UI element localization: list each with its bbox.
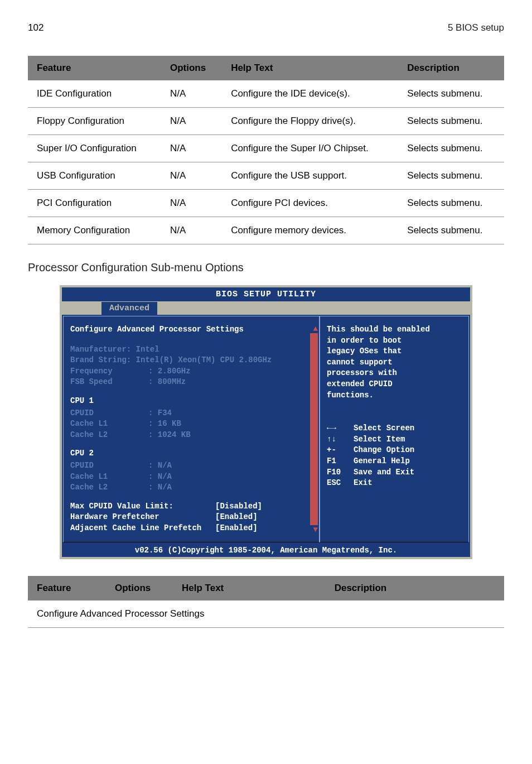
bios-key-row: ESC Exit [327,478,462,489]
bios-key-row: ←→ Select Screen [327,423,462,434]
scrollbar-thumb[interactable] [310,333,318,525]
bios-l2-label: Cache L2 [70,430,148,441]
cell-desc: Selects submenu. [398,108,504,135]
cell-help: Configure memory devices. [222,217,398,244]
col-feature: Feature [28,56,161,80]
col-help: Help Text [222,56,398,80]
bios-l1-label: Cache L1 [70,472,148,483]
bios-cpu1-l1: Cache L1 : 16 KB [70,419,312,430]
bios-opt-val: [Disabled] [215,501,262,512]
bios-freq-label: Frequency [70,366,148,377]
bios-help-line: processors with [327,368,462,379]
bios-help-line: cannot support [327,357,462,368]
section-title: 5 BIOS setup [448,22,504,33]
table-header-row: Feature Options Help Text Description [28,576,504,600]
bios-l1-label: Cache L1 [70,419,148,430]
submenu-table: Feature Options Help Text Description ID… [28,56,504,244]
bios-cpu1-l2: Cache L2 : 1024 KB [70,430,312,441]
table-row: Floppy Configuration N/A Configure the F… [28,108,504,135]
key-arrows-lr-icon: ←→ [327,423,354,434]
cell-desc: Selects submenu. [398,135,504,162]
bios-cpuid-label: CPUID [70,408,148,419]
bios-key-row: +- Change Option [327,445,462,456]
cell-feature: PCI Configuration [28,190,161,217]
table-row: USB Configuration N/A Configure the USB … [28,162,504,190]
bios-opt-label: Adjacent Cache Line Prefetch [70,523,215,534]
bios-cpuid-val: : N/A [148,460,172,472]
bios-footer: v02.56 (C)Copyright 1985-2004, American … [62,544,470,557]
cell-options: N/A [161,108,222,135]
bios-section-heading: Configure Advanced Processor Settings [70,324,312,335]
cell-feature: USB Configuration [28,162,161,190]
bios-opt-label: Hardware Prefetcher [70,512,215,523]
key-desc: Select Screen [354,423,414,434]
key-plusminus-icon: +- [327,445,354,456]
bios-tab-advanced[interactable]: Advanced [101,301,158,315]
bios-help-line: extended CPUID [327,379,462,390]
bios-screenshot: BIOS SETUP UTILITY Advanced ▲ ▼ Configur… [60,285,472,559]
subheading: Processor Configuration Sub-menu Options [28,261,504,274]
bios-cpu2-l1: Cache L1 : N/A [70,472,312,483]
cell-options: N/A [161,162,222,190]
bios-tab-bar: Advanced [62,301,470,315]
cell-feature: IDE Configuration [28,80,161,108]
bios-key-row: ↑↓ Select Item [327,434,462,445]
cell-desc: Selects submenu. [398,162,504,190]
bios-cpu2-cpuid: CPUID : N/A [70,460,312,472]
bios-cpu2-title: CPU 2 [70,448,312,459]
cell-options: N/A [161,135,222,162]
bios-fsb-val: : 800MHz [148,377,186,388]
bios-cpu2-l2: Cache L2 : N/A [70,482,312,493]
cell-help: Configure PCI devices. [222,190,398,217]
key-desc: Change Option [354,445,414,456]
cell-options: N/A [161,80,222,108]
col-desc: Description [326,576,504,600]
bios-cpu1-title: CPU 1 [70,396,312,407]
key-f10: F10 [327,467,354,478]
cell-help: Configure the USB support. [222,162,398,190]
bios-help-line: legacy OSes that [327,346,462,357]
cell-feature: Memory Configuration [28,217,161,244]
bios-fsb: FSB Speed : 800MHz [70,377,312,388]
cell-help: Configure the IDE device(s). [222,80,398,108]
col-options: Options [161,56,222,80]
bios-option-hw-prefetch[interactable]: Hardware Prefetcher [Enabled] [70,512,312,523]
cell-options: N/A [161,190,222,217]
bios-option-max-cpuid[interactable]: Max CPUID Value Limit: [Disabled] [70,501,312,512]
bios-key-row: F10 Save and Exit [327,467,462,478]
key-desc: General Help [354,456,410,467]
bios-l2-label: Cache L2 [70,482,148,493]
cell-span: Configure Advanced Processor Settings [28,600,504,628]
col-options: Options [106,576,173,600]
cell-desc: Selects submenu. [398,217,504,244]
bios-freq-val: : 2.80GHz [148,366,191,377]
bios-cpuid-val: : F34 [148,408,172,419]
bios-l2-val: : 1024 KB [148,430,191,441]
bios-fsb-label: FSB Speed [70,377,148,388]
bios-keys-list: ←→ Select Screen ↑↓ Select Item +- Chang… [327,423,462,489]
key-arrows-ud-icon: ↑↓ [327,434,354,445]
bios-left-panel: ▲ ▼ Configure Advanced Processor Setting… [63,316,320,542]
bios-help-line: This should be enabled [327,324,462,335]
bios-right-panel: This should be enabled in order to boot … [320,316,469,542]
cell-help: Configure the Super I/O Chipset. [222,135,398,162]
bios-manufacturer: Manufacturer: Intel [70,344,312,355]
table-header-row: Feature Options Help Text Description [28,56,504,80]
bios-option-adj-cache[interactable]: Adjacent Cache Line Prefetch [Enabled] [70,523,312,534]
cell-help: Configure the Floppy drive(s). [222,108,398,135]
bios-frequency: Frequency : 2.80GHz [70,366,312,377]
bios-help-line: functions. [327,390,462,401]
cell-feature: Floppy Configuration [28,108,161,135]
scroll-down-icon[interactable]: ▼ [313,525,318,534]
bios-title: BIOS SETUP UTILITY [62,287,470,301]
bios-opt-label: Max CPUID Value Limit: [70,501,215,512]
processor-settings-table: Feature Options Help Text Description Co… [28,576,504,628]
scroll-up-icon[interactable]: ▲ [313,324,318,333]
table-row: Configure Advanced Processor Settings [28,600,504,628]
bios-l1-val: : 16 KB [148,419,181,430]
bios-key-row: F1 General Help [327,456,462,467]
bios-l2-val: : N/A [148,482,172,493]
bios-l1-val: : N/A [148,472,172,483]
bios-opt-val: [Enabled] [215,523,258,534]
table-row: Super I/O Configuration N/A Configure th… [28,135,504,162]
